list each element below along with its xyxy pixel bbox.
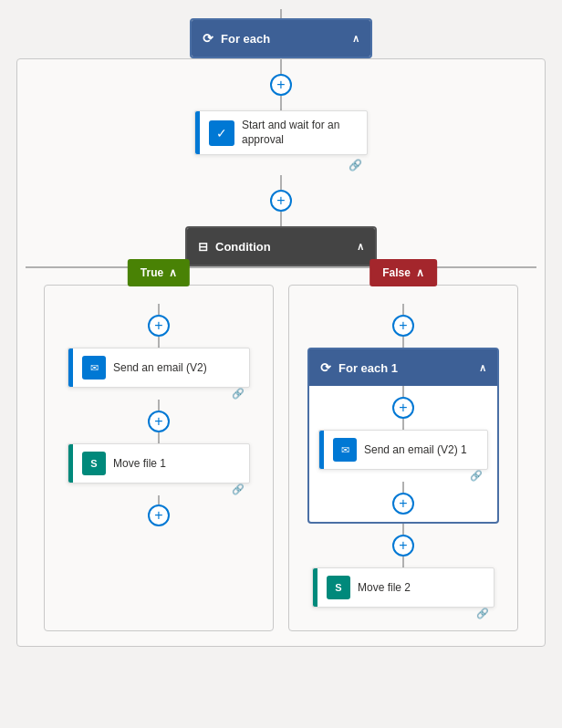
approval-link-icon: 🔗 bbox=[194, 155, 368, 175]
foreach1-body: ✉ Send an email (V2) 1 🔗 bbox=[309, 386, 497, 522]
move-file2-wrapper: S Move file 2 🔗 bbox=[312, 567, 494, 619]
branches-row: True ∧ ✉ Send a bbox=[26, 285, 536, 631]
c11 bbox=[402, 337, 404, 348]
c5 bbox=[158, 304, 160, 315]
condition-icon: ⊟ bbox=[198, 240, 208, 254]
false-chevron: ∧ bbox=[416, 266, 424, 279]
email-link-icon: 🔗 bbox=[68, 388, 250, 400]
false-branch: False ∧ ⟳ For each 1 ∧ bbox=[288, 285, 518, 631]
foreach-chevron: ∧ bbox=[352, 33, 359, 45]
add-btn-5[interactable] bbox=[148, 504, 170, 526]
false-label-text: False bbox=[382, 266, 411, 279]
add-btn-7[interactable] bbox=[392, 397, 414, 419]
condition-header: ⊟ Condition ∧ bbox=[187, 228, 375, 265]
c8 bbox=[158, 432, 160, 443]
c9 bbox=[158, 495, 160, 504]
outlook-icon: ✉ bbox=[82, 356, 106, 380]
approval-content: ✓ Start and wait for an approval bbox=[200, 111, 367, 154]
send-email-text: Send an email (V2) bbox=[113, 361, 207, 374]
add-btn-2[interactable] bbox=[270, 190, 292, 212]
add-btn-6[interactable] bbox=[392, 315, 414, 337]
email-v2-wrapper: ✉ Send an email (V2) 🔗 bbox=[68, 348, 250, 400]
outlook1-icon: ✉ bbox=[333, 438, 357, 462]
add-btn-1[interactable] bbox=[270, 74, 292, 96]
condition-title: Condition bbox=[215, 240, 271, 254]
c16 bbox=[402, 556, 404, 567]
email-content: ✉ Send an email (V2) bbox=[73, 348, 249, 387]
false-label: False ∧ bbox=[369, 259, 437, 286]
branch-connector-area bbox=[26, 266, 536, 285]
move-file1-card[interactable]: S Move file 1 bbox=[68, 443, 250, 484]
foreach1-header-left: ⟳ For each 1 bbox=[320, 360, 398, 375]
move-file2-text: Move file 2 bbox=[358, 581, 411, 594]
sp-sym: S bbox=[90, 458, 97, 469]
foreach-header-left: ⟳ For each bbox=[203, 31, 270, 46]
send-email-card[interactable]: ✉ Send an email (V2) bbox=[68, 348, 250, 388]
approval-text: Start and wait for an approval bbox=[242, 119, 359, 147]
mf2-content: S Move file 2 bbox=[317, 568, 494, 607]
true-label: True ∧ bbox=[128, 259, 190, 286]
foreach1-title: For each 1 bbox=[338, 361, 398, 375]
mf1-content: S Move file 1 bbox=[73, 444, 249, 483]
foreach1-block: ⟳ For each 1 ∧ bbox=[307, 348, 499, 524]
true-label-wrapper: True ∧ bbox=[128, 273, 190, 300]
approval-sym: ✓ bbox=[216, 126, 227, 140]
repeat-icon: ⟳ bbox=[203, 31, 213, 46]
c15 bbox=[402, 524, 404, 535]
approval-block[interactable]: ✓ Start and wait for an approval bbox=[194, 110, 368, 155]
c2 bbox=[280, 96, 282, 110]
foreach1-chevron: ∧ bbox=[479, 362, 486, 374]
foreach-header: ⟳ For each ∧ bbox=[192, 20, 370, 57]
c1 bbox=[280, 59, 282, 74]
sp2-sym: S bbox=[335, 582, 341, 593]
add-btn-9[interactable] bbox=[392, 535, 414, 556]
flow-container: ⟳ For each ∧ ✓ Start and wait for an app… bbox=[0, 0, 562, 665]
email1-link-icon: 🔗 bbox=[318, 470, 488, 482]
c12 bbox=[402, 386, 404, 397]
foreach-block: ⟳ For each ∧ bbox=[190, 18, 372, 58]
true-label-text: True bbox=[140, 266, 163, 279]
c14 bbox=[402, 482, 404, 493]
true-branch: True ∧ ✉ Send a bbox=[44, 285, 274, 631]
send-email1-card[interactable]: ✉ Send an email (V2) 1 bbox=[318, 430, 488, 470]
top-connector bbox=[280, 9, 282, 18]
move-file2-card[interactable]: S Move file 2 bbox=[312, 567, 494, 608]
false-label-wrapper: False ∧ bbox=[369, 273, 437, 300]
send-email1-text: Send an email (V2) 1 bbox=[364, 443, 467, 456]
mf1-link-icon: 🔗 bbox=[68, 484, 250, 495]
approval-icon: ✓ bbox=[209, 120, 234, 146]
condition-header-left: ⊟ Condition bbox=[198, 240, 271, 254]
foreach-title: For each bbox=[221, 32, 270, 46]
c13 bbox=[402, 419, 404, 430]
foreach1-repeat-icon: ⟳ bbox=[320, 360, 331, 375]
move-file1-wrapper: S Move file 1 🔗 bbox=[68, 443, 250, 495]
c7 bbox=[158, 400, 160, 411]
approval-wrapper: ✓ Start and wait for an approval 🔗 bbox=[194, 110, 368, 175]
mf2-link-icon: 🔗 bbox=[312, 608, 494, 619]
move-file1-text: Move file 1 bbox=[113, 457, 166, 470]
c3 bbox=[280, 175, 282, 190]
add-btn-8[interactable] bbox=[392, 493, 414, 515]
sharepoint2-icon: S bbox=[327, 576, 350, 599]
foreach1-header: ⟳ For each 1 ∧ bbox=[309, 349, 497, 386]
c6 bbox=[158, 337, 160, 348]
c4 bbox=[280, 212, 282, 226]
condition-chevron: ∧ bbox=[357, 241, 364, 253]
email-v2-1-wrapper: ✉ Send an email (V2) 1 🔗 bbox=[318, 430, 488, 482]
add-btn-4[interactable] bbox=[148, 411, 170, 432]
add-btn-3[interactable] bbox=[148, 315, 170, 337]
true-chevron: ∧ bbox=[169, 266, 177, 279]
condition-block: ⊟ Condition ∧ bbox=[185, 226, 377, 266]
c10 bbox=[402, 304, 404, 315]
email1-content: ✉ Send an email (V2) 1 bbox=[324, 431, 487, 469]
sharepoint-icon: S bbox=[82, 452, 106, 475]
outlook1-sym: ✉ bbox=[341, 444, 349, 456]
outlook-sym: ✉ bbox=[90, 362, 99, 374]
outer-foreach-wrapper: ✓ Start and wait for an approval 🔗 ⊟ Con… bbox=[16, 58, 546, 647]
